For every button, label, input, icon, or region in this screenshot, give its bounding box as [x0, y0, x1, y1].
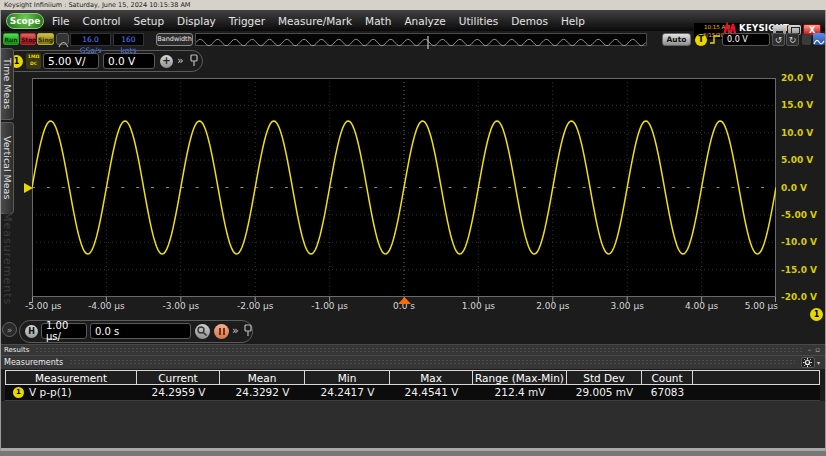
- results-collapse-icon[interactable]: –: [808, 346, 812, 354]
- x-axis-tick-label: 4.00 μs: [685, 301, 718, 311]
- window-titlebar[interactable]: Keysight Infiniium : Saturday, June 15, …: [0, 0, 826, 10]
- horizontal-expand-icon[interactable]: »: [232, 324, 239, 337]
- menu-bar: Scope FileControlSetupDisplayTriggerMeas…: [0, 10, 826, 31]
- single-button[interactable]: Single: [37, 33, 54, 45]
- gear-dropdown-icon[interactable]: ▾: [817, 359, 820, 366]
- menu-item-setup[interactable]: Setup: [134, 15, 165, 27]
- menu-item-control[interactable]: Control: [83, 15, 121, 27]
- waveform-display[interactable]: [32, 78, 776, 304]
- clipboard-icon[interactable]: [802, 34, 811, 45]
- coupling-label: DC: [26, 60, 41, 67]
- pin-icon[interactable]: [189, 54, 199, 67]
- measurement-value: 24.3292 V: [220, 385, 305, 400]
- memory-depth-display: 160 kpts: [113, 33, 144, 46]
- add-channel-icon[interactable]: +: [160, 55, 173, 68]
- scope-menu-button[interactable]: Scope: [6, 13, 44, 29]
- auto-trigger-button[interactable]: Auto: [662, 33, 691, 46]
- measurement-value: 24.4541 V: [390, 385, 473, 400]
- channel-expand-icon[interactable]: »: [177, 54, 184, 67]
- y-axis-tick-label: 10.0 V: [781, 128, 813, 138]
- menu-item-analyze[interactable]: Analyze: [404, 15, 445, 27]
- tab-vertical-meas[interactable]: Vertical Meas: [0, 122, 14, 214]
- menu-item-help[interactable]: Help: [561, 15, 585, 27]
- panel-expander-icon[interactable]: »: [2, 322, 17, 337]
- measurement-name-cell[interactable]: 1V p-p(1): [5, 385, 137, 400]
- trigger-source-icon[interactable]: T: [695, 34, 707, 46]
- y-axis-tick-label: 0.0 V: [781, 183, 807, 193]
- measurement-filler: [693, 385, 820, 400]
- tab-time-meas[interactable]: Time Meas: [0, 48, 14, 120]
- column-header-range-max-min-[interactable]: Range (Max-Min): [473, 370, 567, 385]
- results-empty-area: [1, 401, 825, 448]
- channel1-scale-field[interactable]: 5.00 V/: [43, 53, 99, 69]
- channel1-source-badge: 1: [13, 387, 24, 398]
- timebase-scale-field[interactable]: 1.00 μs/: [41, 323, 87, 339]
- menu-item-file[interactable]: File: [52, 15, 70, 27]
- preview-waveform-icon: [196, 36, 646, 49]
- horizontal-pin-icon[interactable]: [243, 324, 253, 337]
- impedance-label: 1MΩ: [26, 53, 41, 60]
- timebase-position-field[interactable]: 0.0 s: [90, 323, 191, 339]
- x-axis-tick-label: 1.00 μs: [462, 301, 495, 311]
- rising-edge-icon[interactable]: [709, 33, 721, 46]
- menu-items: FileControlSetupDisplayTriggerMeasure/Ma…: [52, 10, 585, 31]
- y-axis-tick-label: -20.0 V: [781, 292, 817, 302]
- x-axis-tick-label: -4.00 μs: [88, 301, 125, 311]
- channel1-ground-marker-icon[interactable]: [24, 181, 35, 195]
- horizontal-badge[interactable]: H: [25, 325, 38, 338]
- measurement-value: 24.2959 V: [137, 385, 220, 400]
- oscilloscope-window: Keysight Infiniium : Saturday, June 15, …: [0, 0, 826, 456]
- measurements-section-header[interactable]: Measurements ▾: [0, 355, 826, 369]
- x-axis-tick-label: -1.00 μs: [311, 301, 348, 311]
- column-header-std-dev[interactable]: Std Dev: [567, 370, 642, 385]
- y-axis-tick-label: 15.0 V: [781, 100, 813, 110]
- waveform-tools-icon[interactable]: [813, 33, 825, 45]
- results-header-texture: [35, 347, 801, 354]
- measurement-value: 67083: [642, 385, 693, 400]
- menu-item-trigger[interactable]: Trigger: [229, 15, 265, 27]
- y-axis-tick-label: 20.0 V: [781, 73, 813, 83]
- x-axis-tick-label: -5.00 μs: [25, 301, 62, 311]
- menu-item-display[interactable]: Display: [177, 15, 216, 27]
- column-header-mean[interactable]: Mean: [220, 370, 305, 385]
- sample-rate-display: 16.0 GSa/s: [70, 33, 111, 46]
- stop-button[interactable]: Stop: [20, 33, 36, 45]
- column-header-min[interactable]: Min: [305, 370, 390, 385]
- pause-icon[interactable]: [214, 324, 229, 339]
- run-button[interactable]: Run: [3, 33, 19, 45]
- channel1-corner-badge: 1: [810, 308, 823, 321]
- window-title: Keysight Infiniium : Saturday, June 15, …: [4, 1, 190, 9]
- menu-item-math[interactable]: Math: [365, 15, 391, 27]
- zoom-icon[interactable]: [195, 324, 210, 339]
- column-header-measurement[interactable]: Measurement: [5, 370, 137, 385]
- measurements-header-texture: [69, 359, 795, 366]
- menu-item-utilities[interactable]: Utilities: [459, 15, 499, 27]
- column-header-filler: [693, 370, 820, 385]
- acquisition-preview-strip[interactable]: [195, 33, 647, 46]
- channel1-offset-field[interactable]: 0.0 V: [103, 53, 155, 69]
- trigger-position-icon[interactable]: [398, 297, 411, 304]
- menu-item-demos[interactable]: Demos: [511, 15, 548, 27]
- desktop-strip: [0, 451, 826, 456]
- measurement-name: V p-p(1): [29, 385, 72, 400]
- redo-icon[interactable]: ↻: [786, 33, 799, 46]
- measurement-value: 29.005 mV: [567, 385, 642, 400]
- menu-item-measure-mark[interactable]: Measure/Mark: [278, 15, 352, 27]
- touch-icon[interactable]: [56, 33, 69, 45]
- measurements-table-header: MeasurementCurrentMeanMinMaxRange (Max-M…: [5, 370, 820, 385]
- bandwidth-button[interactable]: Bandwidth: [156, 33, 193, 46]
- y-axis-tick-label: 5.00 V: [781, 155, 813, 165]
- results-panel-header[interactable]: Results – ▫: [0, 344, 826, 355]
- x-axis-tick-label: -3.00 μs: [163, 301, 200, 311]
- gear-icon[interactable]: [801, 357, 815, 368]
- trigger-level-field[interactable]: 0.0 V: [722, 33, 770, 46]
- column-header-current[interactable]: Current: [137, 370, 220, 385]
- x-axis-tick-label: 2.00 μs: [536, 301, 569, 311]
- results-restore-icon[interactable]: ▫: [815, 346, 820, 354]
- measurement-row[interactable]: 1V p-p(1)24.2959 V24.3292 V24.2417 V24.4…: [5, 385, 820, 401]
- y-axis-tick-label: -5.00 V: [781, 210, 817, 220]
- undo-icon[interactable]: ↺: [772, 33, 785, 46]
- column-header-count[interactable]: Count: [642, 370, 693, 385]
- column-header-max[interactable]: Max: [390, 370, 473, 385]
- channel1-coupling-badge[interactable]: 1MΩ DC: [26, 53, 41, 69]
